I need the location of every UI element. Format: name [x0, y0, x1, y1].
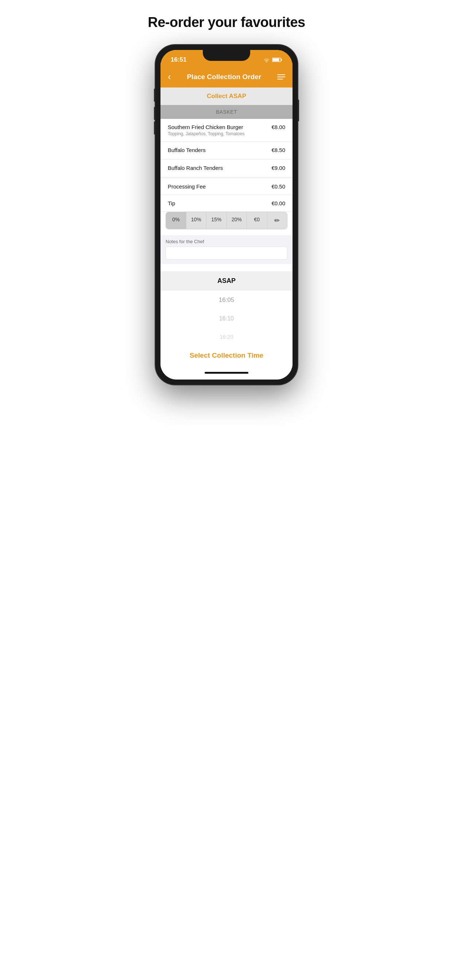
processing-fee-label: Processing Fee — [168, 183, 206, 189]
tip-btn-0[interactable]: 0% — [166, 212, 187, 229]
item-price: €9.00 — [271, 165, 285, 171]
item-info: Buffalo Tenders — [168, 147, 271, 154]
processing-fee-row: Processing Fee €0.50 — [161, 178, 292, 195]
notes-section: Notes for the Chef — [161, 235, 292, 264]
tip-amount: €0.00 — [271, 200, 285, 206]
status-time: 16:51 — [171, 56, 187, 64]
item-extras: Topping, Jalapeños, Topping, Tomatoes — [168, 131, 271, 136]
item-price: €8.00 — [271, 124, 285, 130]
tip-btn-custom[interactable]: €0 — [247, 212, 267, 229]
nav-bar: ‹ Place Collection Order — [161, 67, 292, 88]
tip-btn-15[interactable]: 15% — [206, 212, 227, 229]
menu-button[interactable] — [277, 75, 285, 80]
time-picker: ASAP 16:05 16:10 16:20 — [161, 264, 292, 345]
collect-asap-section[interactable]: Collect ASAP — [161, 88, 292, 105]
item-info: Buffalo Ranch Tenders — [168, 165, 271, 172]
nav-title: Place Collection Order — [187, 73, 261, 81]
order-items: Southern Fried Chicken Burger Topping, J… — [161, 119, 292, 178]
page-title: Re-order your favourites — [148, 14, 305, 30]
item-name: Buffalo Ranch Tenders — [168, 165, 271, 171]
table-row: Buffalo Ranch Tenders €9.00 — [161, 160, 292, 178]
tip-buttons: 0% 10% 15% 20% €0 ✏ — [166, 212, 287, 229]
item-info: Southern Fried Chicken Burger Topping, J… — [168, 124, 271, 136]
battery-icon — [272, 57, 282, 62]
tip-label: Tip — [168, 200, 175, 206]
tip-row: Tip €0.00 — [161, 195, 292, 212]
item-name: Southern Fried Chicken Burger — [168, 124, 271, 130]
time-option-1610[interactable]: 16:10 — [161, 310, 292, 328]
basket-header: BASKET — [161, 105, 292, 119]
table-row: Buffalo Tenders €8.50 — [161, 142, 292, 160]
notch — [203, 50, 250, 61]
processing-fee-amount: €0.50 — [271, 183, 285, 189]
basket-label: BASKET — [216, 109, 237, 115]
tip-btn-edit[interactable]: ✏ — [267, 212, 287, 229]
collect-asap-text: Collect ASAP — [207, 92, 246, 100]
notes-label: Notes for the Chef — [166, 239, 287, 244]
phone-shell: 16:51 ‹ Place Collection Order — [155, 45, 298, 385]
table-row: Southern Fried Chicken Burger Topping, J… — [161, 119, 292, 142]
home-indicator — [161, 368, 292, 380]
back-button[interactable]: ‹ — [168, 71, 171, 83]
home-bar — [205, 372, 248, 374]
content-area: Collect ASAP BASKET Southern Fried Chick… — [161, 88, 292, 368]
time-option-1620[interactable]: 16:20 — [161, 328, 292, 345]
select-collection-time-button[interactable]: Select Collection Time — [190, 352, 263, 359]
notes-input[interactable] — [166, 247, 287, 259]
fee-section: Processing Fee €0.50 Tip €0.00 — [161, 178, 292, 212]
select-btn-area: Select Collection Time — [161, 345, 292, 368]
item-name: Buffalo Tenders — [168, 147, 271, 153]
status-icons — [263, 57, 282, 62]
item-price: €8.50 — [271, 147, 285, 153]
time-option-asap[interactable]: ASAP — [161, 271, 292, 291]
tip-btn-20[interactable]: 20% — [227, 212, 247, 229]
tip-btn-10[interactable]: 10% — [187, 212, 207, 229]
time-option-1605[interactable]: 16:05 — [161, 291, 292, 310]
phone-screen: 16:51 ‹ Place Collection Order — [161, 50, 292, 380]
wifi-icon — [263, 57, 270, 62]
svg-rect-1 — [281, 59, 282, 61]
svg-rect-2 — [273, 59, 279, 61]
